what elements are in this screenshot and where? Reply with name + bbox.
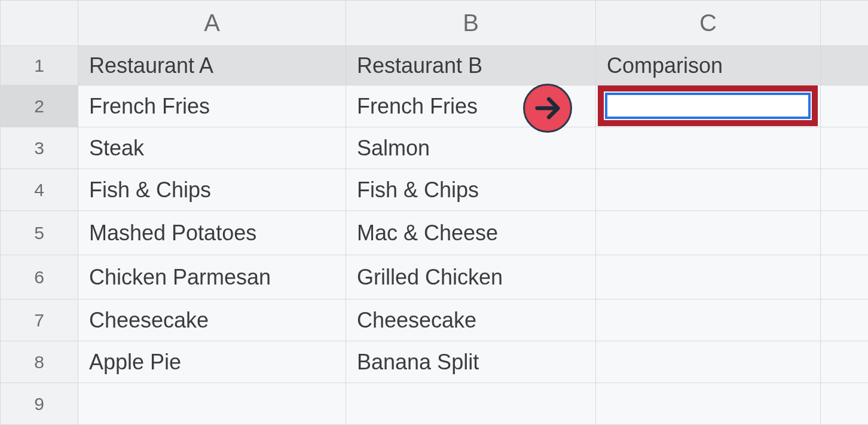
table-row: 2 French Fries French Fries	[1, 85, 869, 127]
cell-b4[interactable]: Fish & Chips	[346, 169, 596, 211]
table-row: 7 Cheesecake Cheesecake	[1, 299, 869, 341]
table-row: 9	[1, 383, 869, 425]
cell-a2[interactable]: French Fries	[78, 85, 346, 127]
column-header-c[interactable]: C	[596, 1, 821, 46]
cell-c7[interactable]	[596, 299, 821, 341]
cell-c8[interactable]	[596, 341, 821, 383]
cell-extra-3[interactable]	[821, 127, 869, 169]
column-header-extra[interactable]	[821, 1, 869, 46]
select-all-corner[interactable]	[1, 1, 78, 46]
table-row: 3 Steak Salmon	[1, 127, 869, 169]
cell-c6[interactable]	[596, 255, 821, 299]
table-row: 1 Restaurant A Restaurant B Comparison	[1, 46, 869, 85]
cell-b1[interactable]: Restaurant B	[346, 46, 596, 85]
cell-c3[interactable]	[596, 127, 821, 169]
row-header-7[interactable]: 7	[1, 299, 78, 341]
cell-extra-7[interactable]	[821, 299, 869, 341]
cell-a5[interactable]: Mashed Potatoes	[78, 211, 346, 255]
cell-a7[interactable]: Cheesecake	[78, 299, 346, 341]
cell-extra-1[interactable]	[821, 46, 869, 85]
cell-a1[interactable]: Restaurant A	[78, 46, 346, 85]
cell-c9[interactable]	[596, 383, 821, 425]
cell-b6[interactable]: Grilled Chicken	[346, 255, 596, 299]
cell-b5[interactable]: Mac & Cheese	[346, 211, 596, 255]
cell-a8[interactable]: Apple Pie	[78, 341, 346, 383]
cell-b3[interactable]: Salmon	[346, 127, 596, 169]
table-row: 8 Apple Pie Banana Split	[1, 341, 869, 383]
row-header-9[interactable]: 9	[1, 383, 78, 425]
row-header-3[interactable]: 3	[1, 127, 78, 169]
cell-a4[interactable]: Fish & Chips	[78, 169, 346, 211]
cell-extra-6[interactable]	[821, 255, 869, 299]
cell-b9[interactable]	[346, 383, 596, 425]
row-header-6[interactable]: 6	[1, 255, 78, 299]
cell-a3[interactable]: Steak	[78, 127, 346, 169]
table-row: 4 Fish & Chips Fish & Chips	[1, 169, 869, 211]
cell-c2[interactable]	[596, 85, 821, 127]
cell-a9[interactable]	[78, 383, 346, 425]
spreadsheet-grid[interactable]: A B C 1 Restaurant A Restaurant B Compar…	[0, 0, 868, 425]
table-row: 6 Chicken Parmesan Grilled Chicken	[1, 255, 869, 299]
cell-extra-9[interactable]	[821, 383, 869, 425]
cell-c4[interactable]	[596, 169, 821, 211]
column-header-b[interactable]: B	[346, 1, 596, 46]
cell-extra-4[interactable]	[821, 169, 869, 211]
row-header-8[interactable]: 8	[1, 341, 78, 383]
row-header-2[interactable]: 2	[1, 85, 78, 127]
row-header-4[interactable]: 4	[1, 169, 78, 211]
row-header-5[interactable]: 5	[1, 211, 78, 255]
column-header-a[interactable]: A	[78, 1, 346, 46]
cell-a6[interactable]: Chicken Parmesan	[78, 255, 346, 299]
cell-extra-5[interactable]	[821, 211, 869, 255]
cell-b2[interactable]: French Fries	[346, 85, 596, 127]
cell-extra-8[interactable]	[821, 341, 869, 383]
cell-c1[interactable]: Comparison	[596, 46, 821, 85]
cell-b7[interactable]: Cheesecake	[346, 299, 596, 341]
cell-extra-2[interactable]	[821, 85, 869, 127]
table-row: 5 Mashed Potatoes Mac & Cheese	[1, 211, 869, 255]
row-header-1[interactable]: 1	[1, 46, 78, 85]
column-header-row: A B C	[1, 1, 869, 46]
cell-c5[interactable]	[596, 211, 821, 255]
cell-b8[interactable]: Banana Split	[346, 341, 596, 383]
